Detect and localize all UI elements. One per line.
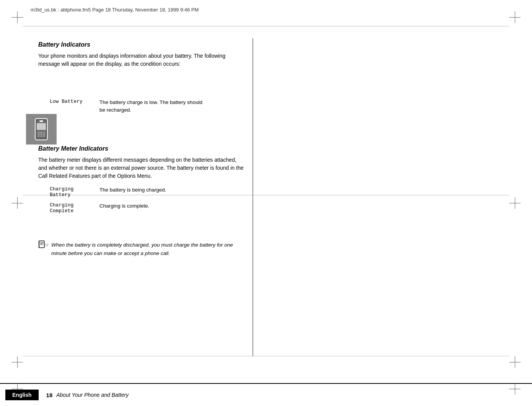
top-rule xyxy=(23,26,509,26)
battery-meter-section: Battery Meter Indicators The battery met… xyxy=(38,145,245,218)
header-text: m3td_us.bk : abtphone.fm5 Page 18 Thursd… xyxy=(31,7,199,13)
phone-keys xyxy=(37,132,45,137)
note-svg-icon: ☞ xyxy=(38,240,49,248)
charging-battery-description: The battery is being charged. xyxy=(99,186,166,194)
phone-icon xyxy=(35,118,48,140)
charging-complete-label: ChargingComplete xyxy=(50,202,99,214)
crosshair-bottom-left xyxy=(11,356,23,368)
battery-meter-heading: Battery Meter Indicators xyxy=(38,145,245,152)
low-battery-label: Low Battery xyxy=(50,99,99,104)
low-battery-row: Low Battery The battery charge is low. T… xyxy=(50,99,245,114)
breadcrumb: m3td_us.bk : abtphone.fm5 Page 18 Thursd… xyxy=(31,7,501,13)
language-badge: English xyxy=(5,390,39,400)
battery-indicators-section: Battery Indicators Your phone monitors a… xyxy=(38,41,245,119)
charging-battery-label: ChargingBattery xyxy=(50,186,99,198)
crosshair-bottom-right xyxy=(509,356,521,368)
battery-meter-description: The battery meter displays different mes… xyxy=(38,156,245,180)
page-title: About Your Phone and Battery xyxy=(56,392,129,398)
battery-indicators-description: Your phone monitors and displays informa… xyxy=(38,52,245,68)
note-section: ☞ When the battery is completely dischar… xyxy=(38,241,245,257)
footer: English 18 About Your Phone and Battery xyxy=(0,383,532,406)
crosshair-mid-left xyxy=(11,197,23,209)
charging-battery-row: ChargingBattery The battery is being cha… xyxy=(50,186,245,198)
low-battery-description: The battery charge is low. The battery s… xyxy=(99,99,202,114)
svg-text:☞: ☞ xyxy=(44,242,49,248)
note-text: When the battery is completely discharge… xyxy=(51,241,245,257)
page-number: 18 xyxy=(46,392,53,398)
vertical-divider xyxy=(252,38,253,356)
charging-complete-description: Charging is complete. xyxy=(99,202,150,210)
note-icon: ☞ xyxy=(38,240,49,250)
crosshair-mid-right xyxy=(509,197,521,209)
bottom-rule xyxy=(23,356,509,356)
crosshair-top-left xyxy=(11,11,23,23)
phone-screen xyxy=(37,123,46,130)
svg-rect-0 xyxy=(39,241,44,248)
crosshair-top-right xyxy=(509,11,521,23)
battery-indicators-heading: Battery Indicators xyxy=(38,41,245,48)
charging-complete-row: ChargingComplete Charging is complete. xyxy=(50,202,245,214)
